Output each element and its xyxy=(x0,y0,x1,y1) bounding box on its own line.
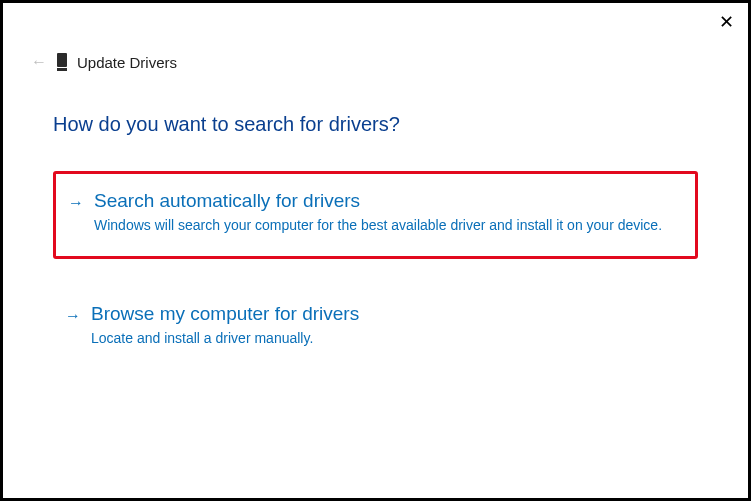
dialog-header: ← Update Drivers xyxy=(31,53,177,71)
option-browse-computer[interactable]: → Browse my computer for drivers Locate … xyxy=(53,287,698,369)
device-icon xyxy=(57,53,67,71)
arrow-right-icon: → xyxy=(65,307,81,325)
dialog-title: Update Drivers xyxy=(77,54,177,71)
dialog-frame: ✕ ← Update Drivers How do you want to se… xyxy=(0,0,751,501)
close-button[interactable]: ✕ xyxy=(719,13,734,31)
option-description: Locate and install a driver manually. xyxy=(91,329,680,349)
option-title: Browse my computer for drivers xyxy=(91,303,680,325)
arrow-right-icon: → xyxy=(68,194,84,212)
option-search-automatically[interactable]: → Search automatically for drivers Windo… xyxy=(53,171,698,259)
back-arrow-icon[interactable]: ← xyxy=(31,53,47,71)
question-heading: How do you want to search for drivers? xyxy=(53,113,400,136)
option-title: Search automatically for drivers xyxy=(94,190,677,212)
options-list: → Search automatically for drivers Windo… xyxy=(53,171,698,396)
option-description: Windows will search your computer for th… xyxy=(94,216,677,236)
